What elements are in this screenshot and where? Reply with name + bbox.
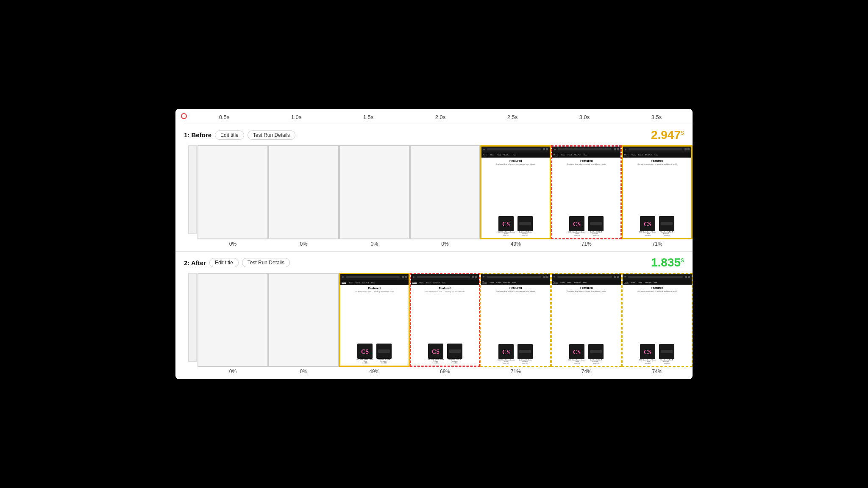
- frame-thumbnail[interactable]: [410, 145, 481, 239]
- before-title: 1: Before: [184, 131, 211, 139]
- mini-browser-content: HomeShirtsFittedWebPerfHatsFeaturedOur l…: [623, 274, 692, 366]
- timeline-marker: [181, 113, 187, 119]
- after-section: 2: After Edit title Test Run Details 1.8…: [175, 252, 693, 379]
- frame-percentage: 0%: [441, 241, 448, 247]
- svg-text:CS: CS: [502, 349, 510, 355]
- frame-thumbnail-first: [188, 145, 197, 234]
- after-score: 1.835s: [651, 256, 684, 269]
- after-filmstrip: 0%0% HomeShirtsFittedWebPerfHatsFeatured…: [188, 273, 693, 377]
- frame-column: 0%: [198, 145, 268, 250]
- mini-browser-content: HomeShirtsFittedWebPerfHatsFeaturedOur l…: [481, 274, 550, 366]
- frame-column: 0%: [268, 273, 339, 377]
- frame-thumbnail[interactable]: HomeShirtsFittedWebPerfHatsFeaturedOur l…: [480, 273, 551, 367]
- svg-text:CS: CS: [432, 349, 440, 355]
- frame-column: HomeShirtsFittedWebPerfHatsFeaturedOur l…: [551, 273, 622, 377]
- frame-percentage: 71%: [511, 369, 521, 374]
- frame-thumbnail[interactable]: HomeShirtsFittedWebPerfHatsFeaturedOur l…: [551, 145, 622, 239]
- mini-browser-content: HomeShirtsFittedWebPerfHatsFeaturedOur l…: [340, 274, 409, 366]
- timeline-tick: 1.5s: [332, 114, 404, 120]
- before-header: 1: Before Edit title Test Run Details 2.…: [184, 128, 693, 142]
- svg-text:CS: CS: [644, 349, 651, 355]
- frame-thumbnail[interactable]: [268, 145, 339, 239]
- svg-text:CS: CS: [644, 221, 651, 227]
- frame-thumbnail[interactable]: HomeShirtsFittedWebPerfHatsFeaturedOur l…: [480, 145, 551, 239]
- frame-thumbnail[interactable]: [198, 145, 268, 239]
- frame-percentage: 71%: [652, 241, 662, 247]
- before-section: 1: Before Edit title Test Run Details 2.…: [175, 124, 693, 252]
- frame-thumbnail[interactable]: HomeShirtsFittedWebPerfHatsFeaturedOur l…: [622, 145, 693, 239]
- main-panel: 0.5s1.0s1.5s2.0s2.5s3.0s3.5s 1: Before E…: [175, 109, 693, 380]
- after-details-button[interactable]: Test Run Details: [242, 258, 290, 267]
- frame-column: HomeShirtsFittedWebPerfHatsFeaturedOur l…: [339, 273, 410, 377]
- frame-percentage: 74%: [581, 369, 592, 374]
- frame-percentage: 74%: [652, 369, 662, 374]
- frame-column: HomeShirtsFittedWebPerfHatsFeaturedOur l…: [480, 145, 551, 250]
- frame-percentage: 49%: [369, 369, 379, 374]
- mini-browser-content: HomeShirtsFittedWebPerfHatsFeaturedOur l…: [552, 274, 621, 366]
- mini-browser-content: HomeShirtsFittedWebPerfHatsFeaturedOur l…: [481, 147, 550, 238]
- frame-thumbnail[interactable]: HomeShirtsFittedWebPerfHatsFeaturedOur l…: [339, 273, 410, 367]
- frame-column-first: [188, 273, 197, 366]
- frame-thumbnail[interactable]: HomeShirtsFittedWebPerfHatsFeaturedOur l…: [551, 273, 622, 367]
- frame-thumbnail[interactable]: [268, 273, 339, 367]
- frame-column: HomeShirtsFittedWebPerfHatsFeaturedOur l…: [480, 273, 551, 377]
- frame-percentage: 0%: [370, 241, 378, 247]
- before-score: 2.947s: [651, 128, 684, 142]
- svg-text:CS: CS: [573, 349, 581, 355]
- svg-text:CS: CS: [361, 349, 369, 355]
- after-edit-button[interactable]: Edit title: [209, 258, 239, 267]
- frame-thumbnail[interactable]: HomeShirtsFittedWebPerfHatsFeaturedOur l…: [622, 273, 693, 367]
- frame-thumbnail[interactable]: [339, 145, 410, 239]
- timeline-tick: 3.0s: [548, 114, 620, 120]
- frame-thumbnail-first: [188, 273, 197, 362]
- frame-percentage: 71%: [581, 241, 592, 247]
- before-details-button[interactable]: Test Run Details: [248, 130, 295, 140]
- mini-browser-content: HomeShirtsFittedWebPerfHatsFeaturedOur l…: [552, 147, 620, 238]
- frame-column: 0%: [268, 145, 339, 250]
- frame-column-first: [188, 145, 197, 238]
- frame-percentage: 69%: [440, 369, 450, 374]
- timeline-tick: 2.0s: [404, 114, 476, 120]
- frame-column: HomeShirtsFittedWebPerfHatsFeaturedOur l…: [622, 145, 693, 250]
- frame-thumbnail[interactable]: HomeShirtsFittedWebPerfHatsFeaturedOur l…: [410, 273, 481, 367]
- timeline-tick: 1.0s: [260, 114, 332, 120]
- svg-text:CS: CS: [573, 221, 581, 227]
- frame-column: 0%: [198, 273, 268, 377]
- svg-text:CS: CS: [502, 221, 510, 227]
- frame-percentage: 0%: [300, 369, 307, 374]
- timeline-ticks: 0.5s1.0s1.5s2.0s2.5s3.0s3.5s: [188, 114, 693, 120]
- frame-column: HomeShirtsFittedWebPerfHatsFeaturedOur l…: [551, 145, 622, 250]
- after-title: 2: After: [184, 259, 206, 266]
- frame-column: HomeShirtsFittedWebPerfHatsFeaturedOur l…: [410, 273, 481, 377]
- frame-percentage: 49%: [511, 241, 521, 247]
- timeline-tick: 3.5s: [620, 114, 693, 120]
- timeline-header: 0.5s1.0s1.5s2.0s2.5s3.0s3.5s: [184, 109, 693, 124]
- frame-column: HomeShirtsFittedWebPerfHatsFeaturedOur l…: [622, 273, 693, 377]
- before-filmstrip: 0%0%0%0% HomeShirtsFittedWebPerfHatsFeat…: [188, 145, 693, 250]
- frame-percentage: 0%: [229, 241, 236, 247]
- frame-thumbnail[interactable]: [198, 273, 268, 367]
- frame-percentage: 0%: [300, 241, 307, 247]
- mini-browser-content: HomeShirtsFittedWebPerfHatsFeaturedOur l…: [411, 274, 479, 366]
- timeline-tick: 2.5s: [476, 114, 548, 120]
- frame-column: 0%: [339, 145, 410, 250]
- timeline-tick: 0.5s: [188, 114, 260, 120]
- mini-browser-content: HomeShirtsFittedWebPerfHatsFeaturedOur l…: [623, 147, 691, 238]
- before-edit-button[interactable]: Edit title: [215, 130, 244, 140]
- after-header: 2: After Edit title Test Run Details 1.8…: [184, 256, 693, 269]
- frame-column: 0%: [410, 145, 481, 250]
- frame-percentage: 0%: [229, 369, 236, 374]
